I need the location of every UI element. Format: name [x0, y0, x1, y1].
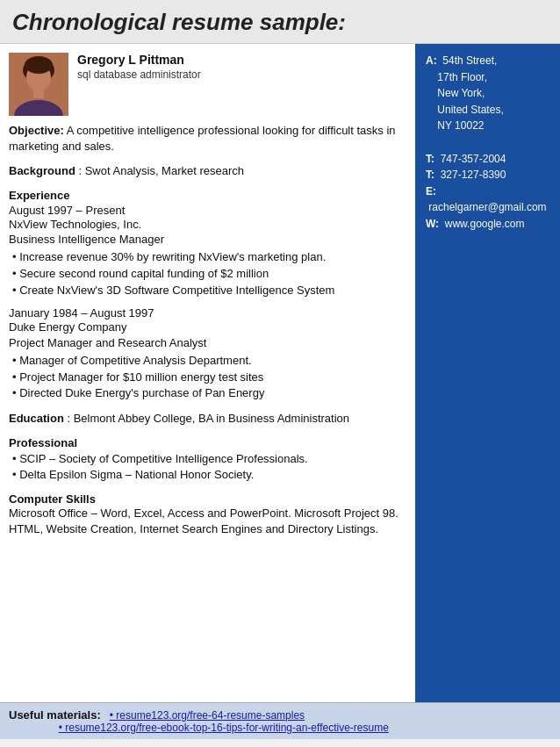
professional-section: Professional • SCIP – Society of Competi…	[9, 436, 403, 485]
phone1-label: T:	[426, 153, 434, 165]
page-wrapper: Chronological resume sample:	[0, 0, 560, 739]
prof-bullet-1: • SCIP – Society of Competitive Intellig…	[12, 451, 403, 468]
objective-section: Objective: A competitive intelligence pr…	[9, 123, 403, 154]
job-1-bullet-2: • Secure second round capital funding of…	[12, 266, 403, 283]
content-area: Gregory L Pittman sql database administr…	[0, 44, 560, 702]
experience-section: Experience August 1997 – Present NxView …	[9, 189, 403, 403]
web: www.google.com	[445, 218, 525, 230]
phone2: 327-127-8390	[441, 169, 506, 181]
background-text: : Swot Analysis, Market research	[78, 164, 244, 177]
email: rachelgarner@gmail.com	[428, 201, 546, 213]
profile-photo-placeholder	[9, 53, 68, 116]
sidebar-contact: A: 54th Street, 17th Floor, New York, Un…	[426, 53, 551, 233]
profile-photo	[9, 53, 68, 116]
job-2: January 1984 – August 1997 Duke Energy C…	[9, 306, 403, 402]
footer-link-1[interactable]: • resume123.org/free-64-resume-samples	[110, 709, 305, 722]
phone2-label: T:	[426, 169, 434, 181]
svg-point-3	[25, 56, 53, 74]
job-2-bullet-3: • Directed Duke Energy's purchase of Pan…	[12, 385, 403, 402]
education-label: Education	[9, 412, 64, 425]
profile-row: Gregory L Pittman sql database administr…	[9, 53, 403, 116]
job-1-company: NxView Technologies, Inc.	[9, 217, 403, 233]
job-2-company: Duke Energy Company	[9, 320, 403, 336]
education-text: : Belmont Abbey College, BA in Business …	[67, 412, 349, 425]
job-1-role: Business Intelligence Manager	[9, 233, 403, 246]
computer-skills-label: Computer Skills	[9, 492, 96, 506]
resume-left: Gregory L Pittman sql database administr…	[0, 44, 415, 702]
objective-label: Objective:	[9, 124, 64, 137]
job-1: August 1997 – Present NxView Technologie…	[9, 204, 403, 299]
prof-bullet-2: • Delta Epsilon Sigma – National Honor S…	[12, 467, 403, 484]
address-label: A:	[426, 54, 437, 67]
web-label: W:	[426, 218, 439, 230]
job-2-role: Project Manager and Research Analyst	[9, 336, 403, 349]
page-header: Chronological resume sample:	[0, 0, 560, 44]
profile-title: sql database administrator	[77, 68, 201, 81]
email-label: E:	[426, 185, 436, 198]
resume-sidebar: A: 54th Street, 17th Floor, New York, Un…	[415, 44, 560, 702]
profile-name: Gregory L Pittman	[77, 53, 201, 67]
background-section: Background : Swot Analysis, Market resea…	[9, 163, 403, 179]
job-2-bullet-2: • Project Manager for $10 million energy…	[12, 370, 403, 386]
footer-label: Useful materials:	[9, 708, 101, 722]
job-1-bullet-1: • Increase revenue 30% by rewriting NxVi…	[12, 249, 403, 266]
phone1: 747-357-2004	[441, 153, 506, 165]
page-footer: Useful materials: • resume123.org/free-6…	[0, 702, 560, 739]
footer-link-2[interactable]: • resume123.org/free-ebook-top-16-tips-f…	[59, 722, 389, 734]
computer-skills-text: Microsoft Office – Word, Excel, Access a…	[9, 506, 398, 535]
computer-skills-section: Computer Skills Microsoft Office – Word,…	[9, 492, 403, 537]
job-2-bullet-1: • Manager of Competitive Analysis Depart…	[12, 353, 403, 370]
svg-rect-5	[33, 88, 44, 98]
profile-silhouette	[9, 53, 68, 116]
objective-text: A competitive intelligence professional …	[9, 124, 396, 153]
professional-heading: Professional	[9, 436, 403, 449]
experience-heading: Experience	[9, 189, 403, 202]
job-1-bullet-3: • Create NxView's 3D Software Competitiv…	[12, 283, 403, 299]
page-title: Chronological resume sample:	[12, 9, 548, 36]
job-2-date: January 1984 – August 1997	[9, 306, 403, 320]
education-section: Education : Belmont Abbey College, BA in…	[9, 411, 403, 427]
profile-info: Gregory L Pittman sql database administr…	[77, 53, 201, 81]
background-label: Background	[9, 164, 75, 177]
job-1-date: August 1997 – Present	[9, 204, 403, 217]
